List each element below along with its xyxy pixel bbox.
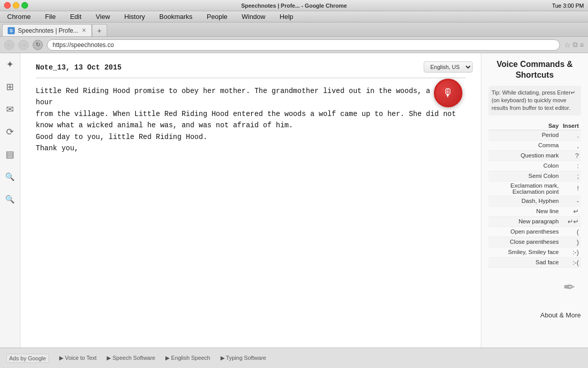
- menubar: Chrome File Edit View History Bookmarks …: [0, 11, 588, 22]
- tab-bar: S Speechnotes | Profe... ✕ +: [0, 22, 588, 37]
- ads-label: Ads by Google: [6, 354, 49, 363]
- tip-text: Tip: While dictating, press Enter↵ (on k…: [492, 89, 575, 111]
- shortcut-insert-3: :: [561, 160, 581, 171]
- minimize-button[interactable]: [13, 2, 19, 9]
- shortcut-insert-6: -: [561, 196, 581, 206]
- traffic-lights: [4, 2, 28, 9]
- shortcut-say-7: New line: [488, 206, 561, 216]
- shortcut-say-4: Semi Colon: [488, 171, 561, 181]
- mic-icon: 🎙: [443, 86, 454, 100]
- back-button[interactable]: ←: [4, 40, 14, 50]
- shortcut-insert-12: :-(: [561, 257, 581, 267]
- menu-help[interactable]: Help: [277, 12, 297, 21]
- editor-area[interactable]: Note_13, 13 Oct 2015 Little Red Riding H…: [20, 53, 481, 164]
- extensions-icon[interactable]: ⧉: [573, 40, 578, 49]
- shortcut-say-2: Question mark: [488, 150, 561, 160]
- col-insert-header: Insert: [561, 122, 581, 130]
- sidebar-icon-refresh[interactable]: ⟳: [4, 126, 16, 138]
- bookmark-star-icon[interactable]: ☆: [564, 41, 571, 49]
- col-say-header: Say: [488, 122, 561, 130]
- sidebar-icon-list[interactable]: ▤: [4, 148, 16, 160]
- shortcut-row-8: New paragraph↵↵: [488, 216, 581, 226]
- address-bar-actions: ☆ ⧉ ≡: [564, 40, 584, 49]
- shortcut-insert-7: ↵: [561, 206, 581, 216]
- bottom-bar: Ads by Google ▶ Voice to Text ▶ Speech S…: [0, 348, 588, 368]
- note-text[interactable]: Little Red Riding Hood promise to obey h…: [36, 85, 465, 154]
- menu-window[interactable]: Window: [239, 12, 268, 21]
- shortcut-say-12: Sad face: [488, 257, 561, 267]
- shortcut-insert-11: :-): [561, 247, 581, 257]
- panel-title: Voice Commands & Voice Commands & Shortc…: [488, 59, 581, 81]
- shortcut-insert-4: ;: [561, 171, 581, 181]
- menu-history[interactable]: History: [121, 12, 148, 21]
- shortcut-insert-5: !: [561, 181, 581, 196]
- sidebar-icon-zoom-in[interactable]: 🔍: [4, 171, 16, 183]
- system-bar-right: Tue 3:00 PM: [552, 3, 584, 9]
- main-content: ✦ ⊞ ✉ ⟳ ▤ 🔍 🔍 Note_13, 13 Oct 2015 Littl…: [0, 53, 588, 348]
- title-bar: Speechnotes | Profe... - Google Chrome T…: [0, 0, 588, 11]
- mic-area: English, US English, UK Spanish French 🎙: [424, 61, 473, 107]
- link-typing-software[interactable]: ▶ Typing Software: [220, 355, 266, 361]
- shortcut-row-7: New line↵: [488, 206, 581, 216]
- url-bar[interactable]: https://speechnotes.co: [47, 39, 560, 51]
- tab-speechnotes[interactable]: S Speechnotes | Profe... ✕: [2, 24, 92, 36]
- sidebar-icon-mail[interactable]: ✉: [4, 103, 16, 116]
- address-bar: ← → ↻ https://speechnotes.co ☆ ⧉ ≡: [0, 37, 588, 53]
- shortcut-insert-8: ↵↵: [561, 216, 581, 226]
- menu-chrome[interactable]: Chrome: [4, 12, 34, 21]
- window-title: Speechnotes | Profe... - Google Chrome: [241, 3, 347, 9]
- shortcut-say-5: Exclamation mark, Exclamation point: [488, 181, 561, 196]
- tab-label: Speechnotes | Profe...: [18, 27, 79, 34]
- shortcut-say-9: Open parentheses: [488, 226, 561, 237]
- menu-people[interactable]: People: [204, 12, 230, 21]
- shortcut-row-6: Dash, Hyphen-: [488, 196, 581, 206]
- sidebar-icon-sparkle[interactable]: ✦: [4, 58, 16, 71]
- shortcut-row-9: Open parentheses(: [488, 226, 581, 237]
- shortcut-say-1: Comma: [488, 140, 561, 150]
- shortcut-row-10: Close parentheses): [488, 237, 581, 247]
- shortcut-row-0: Period.: [488, 130, 581, 140]
- shortcut-row-5: Exclamation mark, Exclamation point!: [488, 181, 581, 196]
- shortcut-say-6: Dash, Hyphen: [488, 196, 561, 206]
- new-tab-icon: +: [97, 27, 102, 35]
- right-panel: Voice Commands & Voice Commands & Shortc…: [481, 53, 588, 348]
- tab-new[interactable]: +: [92, 24, 107, 36]
- left-sidebar: ✦ ⊞ ✉ ⟳ ▤ 🔍 🔍: [0, 53, 20, 348]
- time-display: Tue 3:00 PM: [552, 3, 584, 9]
- menu-view[interactable]: View: [93, 12, 113, 21]
- shortcut-say-0: Period: [488, 130, 561, 140]
- url-text: https://speechnotes.co: [53, 41, 114, 49]
- about-more-label[interactable]: About & More: [541, 311, 581, 319]
- shortcut-row-1: Comma,: [488, 140, 581, 150]
- quill-icon: ✒: [563, 278, 576, 296]
- sidebar-icon-zoom-out[interactable]: 🔍: [4, 193, 16, 205]
- link-speech-software[interactable]: ▶ Speech Software: [107, 355, 155, 361]
- shortcut-row-2: Question mark?: [488, 150, 581, 160]
- shortcut-say-3: Colon: [488, 160, 561, 171]
- shortcut-say-10: Close parentheses: [488, 237, 561, 247]
- link-voice-to-text[interactable]: ▶ Voice to Text: [59, 355, 96, 361]
- shortcut-insert-9: (: [561, 226, 581, 237]
- link-english-speech[interactable]: ▶ English Speech: [165, 355, 210, 361]
- shortcut-row-11: Smiley, Smiley face:-): [488, 247, 581, 257]
- close-button[interactable]: [4, 2, 11, 9]
- menu-file[interactable]: File: [42, 12, 59, 21]
- menu-bookmarks[interactable]: Bookmarks: [156, 12, 195, 21]
- shortcut-insert-0: .: [561, 130, 581, 140]
- mic-button[interactable]: 🎙: [434, 79, 462, 107]
- sidebar-icon-grid[interactable]: ⊞: [4, 81, 16, 93]
- shortcut-row-12: Sad face:-(: [488, 257, 581, 267]
- menu-edit[interactable]: Edit: [67, 12, 84, 21]
- shortcut-row-3: Colon:: [488, 160, 581, 171]
- shortcut-insert-1: ,: [561, 140, 581, 150]
- tab-close-button[interactable]: ✕: [82, 27, 86, 34]
- language-selector[interactable]: English, US English, UK Spanish French: [424, 61, 473, 73]
- reload-button[interactable]: ↻: [33, 40, 43, 50]
- note-title: Note_13, 13 Oct 2015: [36, 63, 465, 72]
- maximize-button[interactable]: [21, 2, 28, 9]
- shortcut-insert-2: ?: [561, 150, 581, 160]
- shortcut-insert-10: ): [561, 237, 581, 247]
- forward-button[interactable]: →: [18, 40, 29, 50]
- menu-icon[interactable]: ≡: [580, 41, 584, 49]
- tab-favicon: S: [8, 27, 15, 34]
